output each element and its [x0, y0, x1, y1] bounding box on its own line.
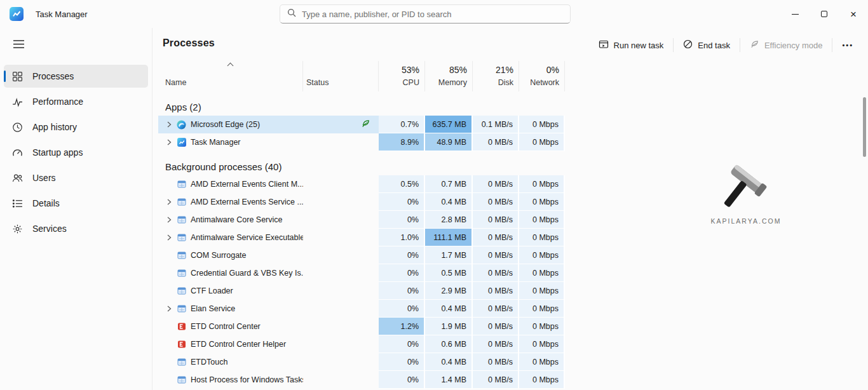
- sidebar-item-label: Details: [32, 198, 60, 208]
- process-name: ETDTouch: [191, 358, 227, 366]
- group-header[interactable]: Background processes (40): [165, 161, 281, 172]
- more-options-button[interactable]: •••: [834, 35, 862, 55]
- vertical-scrollbar-thumb[interactable]: [863, 97, 866, 157]
- table-row[interactable]: ETD Control Center 1.2% 1.9 MB 0 MB/s 0 …: [158, 318, 868, 335]
- process-name-cell[interactable]: AMD External Events Client M...: [158, 175, 303, 193]
- disk-cell: 0 MB/s: [473, 282, 519, 300]
- table-row[interactable]: Elan Service 0% 0.4 MB 0 MB/s 0 Mbps: [158, 300, 868, 318]
- cpu-cell: 0%: [379, 300, 425, 318]
- process-status-cell: [303, 300, 379, 318]
- disk-cell: 0 MB/s: [473, 246, 519, 264]
- network-cell: 0 Mbps: [519, 300, 565, 318]
- process-name-cell[interactable]: ETD Control Center: [158, 318, 303, 335]
- process-name-cell[interactable]: Antimalware Core Service: [158, 211, 303, 229]
- process-status-cell: [303, 264, 379, 282]
- process-name: Antimalware Core Service: [191, 215, 283, 224]
- table-row[interactable]: AMD External Events Service ... 0% 0.4 M…: [158, 193, 868, 211]
- sidebar-item-startup-apps[interactable]: Startup apps: [4, 141, 148, 164]
- table-row[interactable]: Microsoft Edge (25) 0.7% 635.7 MB 0.1 MB…: [158, 116, 868, 133]
- table-row[interactable]: AMD External Events Client M... 0.5% 0.7…: [158, 175, 868, 193]
- sidebar-item-label: App history: [32, 122, 77, 132]
- sidebar-item-users[interactable]: Users: [4, 166, 148, 189]
- run-new-task-button[interactable]: Run new task: [590, 35, 672, 55]
- sidebar-item-details[interactable]: Details: [4, 192, 148, 215]
- process-name: Host Process for Windows Tasks: [191, 375, 303, 384]
- cpu-cell: 8.9%: [379, 133, 425, 151]
- table-row[interactable]: COM Surrogate 0% 1.7 MB 0 MB/s 0 Mbps: [158, 246, 868, 264]
- process-name-cell[interactable]: AMD External Events Service ...: [158, 193, 303, 211]
- column-header-name[interactable]: Name: [158, 61, 303, 91]
- process-name-cell[interactable]: CTF Loader: [158, 282, 303, 300]
- chevron-right-icon[interactable]: [165, 121, 172, 128]
- process-name: Microsoft Edge (25): [191, 120, 260, 129]
- chevron-right-icon[interactable]: [165, 217, 172, 224]
- end-task-button[interactable]: End task: [675, 35, 738, 55]
- chevron-right-icon[interactable]: [165, 199, 172, 206]
- app-history-icon: [12, 122, 23, 133]
- sidebar-item-services[interactable]: Services: [4, 217, 148, 240]
- process-name-cell[interactable]: ETDTouch: [158, 353, 303, 371]
- table-row[interactable]: Task Manager 8.9% 48.9 MB 0 MB/s 0 Mbps: [158, 133, 868, 151]
- process-name: COM Surrogate: [191, 251, 247, 260]
- process-name-cell[interactable]: Host Process for Windows Tasks: [158, 371, 303, 389]
- cpu-cell: 0%: [379, 371, 425, 389]
- sidebar-item-processes[interactable]: Processes: [4, 65, 148, 88]
- memory-cell: 2.8 MB: [425, 211, 473, 229]
- process-icon: [177, 358, 186, 367]
- table-row[interactable]: Antimalware Service Executable 1.0% 111.…: [158, 229, 868, 246]
- process-name: Credential Guard & VBS Key Is...: [191, 269, 303, 278]
- table-row[interactable]: Host Process for Windows Tasks 0% 1.4 MB…: [158, 371, 868, 389]
- column-header-status[interactable]: Status: [303, 61, 379, 91]
- process-name: ETD Control Center Helper: [191, 340, 286, 349]
- cpu-cell: 1.2%: [379, 318, 425, 335]
- process-name-cell[interactable]: Microsoft Edge (25): [158, 116, 303, 133]
- process-name-cell[interactable]: Credential Guard & VBS Key Is...: [158, 264, 303, 282]
- table-row[interactable]: Antimalware Core Service 0% 2.8 MB 0 MB/…: [158, 211, 868, 229]
- table-row[interactable]: CTF Loader 0% 2.9 MB 0 MB/s 0 Mbps: [158, 282, 868, 300]
- chevron-right-icon[interactable]: [165, 139, 172, 146]
- sidebar-item-app-history[interactable]: App history: [4, 116, 148, 138]
- process-icon: [177, 375, 186, 385]
- process-name-cell[interactable]: Antimalware Service Executable: [158, 229, 303, 246]
- table-row[interactable]: Credential Guard & VBS Key Is... 0% 0.5 …: [158, 264, 868, 282]
- titlebar: Task Manager ×: [0, 0, 868, 28]
- process-name-cell[interactable]: COM Surrogate: [158, 246, 303, 264]
- process-name-cell[interactable]: ETD Control Center Helper: [158, 335, 303, 353]
- navigation-menu-button[interactable]: [6, 34, 31, 56]
- maximize-button[interactable]: [810, 0, 839, 28]
- process-icon: [177, 233, 186, 243]
- cpu-cell: 0%: [379, 246, 425, 264]
- disk-cell: 0 MB/s: [473, 211, 519, 229]
- end-task-icon: [683, 39, 693, 51]
- sidebar-item-label: Services: [32, 224, 67, 234]
- efficiency-mode-leaf-icon: [750, 39, 759, 51]
- search-box[interactable]: [280, 4, 571, 24]
- column-header-memory[interactable]: 85% Memory: [425, 61, 473, 91]
- group-header[interactable]: Apps (2): [165, 102, 201, 112]
- network-cell: 0 Mbps: [519, 371, 565, 389]
- table-row[interactable]: ETD Control Center Helper 0% 0.6 MB 0 MB…: [158, 335, 868, 353]
- disk-cell: 0 MB/s: [473, 335, 519, 353]
- search-icon: [287, 8, 296, 20]
- process-name-cell[interactable]: Task Manager: [158, 133, 303, 151]
- disk-cell: 0 MB/s: [473, 133, 519, 151]
- process-status-cell: [303, 246, 379, 264]
- chevron-right-icon[interactable]: [165, 234, 172, 241]
- process-status-cell: [303, 371, 379, 389]
- process-name: AMD External Events Client M...: [191, 180, 303, 189]
- efficiency-mode-button[interactable]: Efficiency mode: [742, 35, 831, 55]
- table-row[interactable]: ETDTouch 0% 0.4 MB 0 MB/s 0 Mbps: [158, 353, 868, 371]
- search-input[interactable]: [302, 10, 563, 19]
- column-header-disk[interactable]: 21% Disk: [473, 61, 519, 91]
- toolbar-divider: [740, 38, 740, 52]
- page-title: Processes: [163, 37, 215, 49]
- minimize-button[interactable]: [780, 0, 810, 28]
- chevron-right-icon[interactable]: [165, 306, 172, 313]
- sidebar-item-performance[interactable]: Performance: [4, 90, 148, 113]
- process-status-cell: [303, 353, 379, 371]
- close-button[interactable]: ×: [839, 0, 868, 28]
- column-header-network[interactable]: 0% Network: [519, 61, 565, 91]
- process-name-cell[interactable]: Elan Service: [158, 300, 303, 318]
- column-header-cpu[interactable]: 53% CPU: [379, 61, 425, 91]
- cpu-cell: 1.0%: [379, 229, 425, 246]
